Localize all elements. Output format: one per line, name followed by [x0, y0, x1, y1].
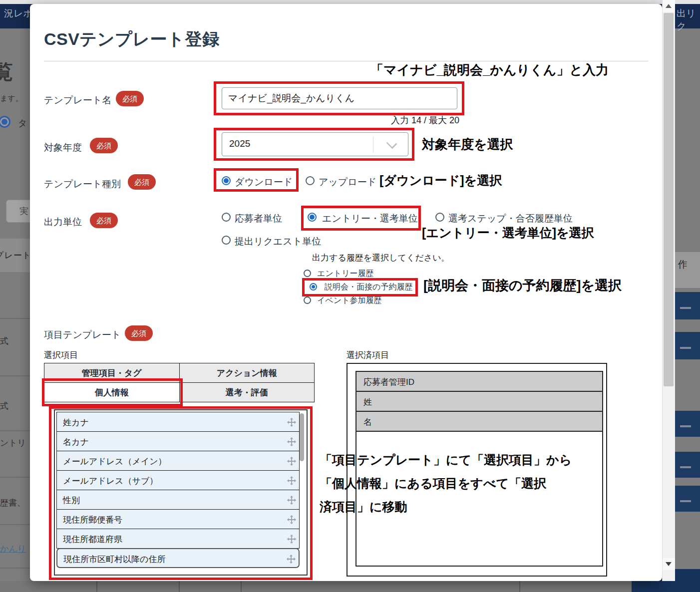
list-item-label: 現住所市区町村以降の住所 — [63, 554, 165, 565]
required-badge: 必須 — [128, 174, 156, 190]
output-unit-label: 出力単位 — [44, 216, 82, 229]
background-page-heading: 覧 — [0, 58, 13, 85]
annotation-move-line3: 済項目」に移動 — [320, 499, 407, 515]
template-name-input[interactable] — [222, 87, 457, 109]
radio-upload-label: アップロード — [319, 176, 376, 189]
list-item-label: 現住所都道府県 — [63, 534, 122, 545]
list-item-label: メールアドレス（メイン） — [63, 456, 167, 467]
move-icon — [287, 418, 296, 427]
template-name-label: テンプレート名 — [44, 94, 111, 107]
target-year-select[interactable]: 2025 — [222, 132, 408, 156]
radio-selection-step-unit-label: 選考ステップ・合否履歴単位 — [448, 212, 573, 225]
annotation-type: [ダウンロード]を選択 — [379, 172, 502, 189]
column-divider — [96, 581, 97, 592]
template-type-label: テンプレート種別 — [44, 178, 121, 191]
move-icon — [287, 535, 296, 544]
scroll-down-icon — [666, 562, 672, 566]
radio-download[interactable] — [222, 176, 231, 185]
radio-entry-history-label: エントリー履歴 — [317, 269, 374, 279]
background-action-button — [675, 452, 700, 478]
tab-admin-items-tags[interactable]: 管理項目・タグ — [44, 363, 179, 382]
inner-scrollbar-thumb[interactable] — [300, 413, 304, 461]
list-item-label: 現住所郵便番号 — [63, 514, 122, 526]
column-divider — [241, 581, 242, 592]
radio-submission-request-unit[interactable] — [222, 236, 231, 245]
list-item[interactable]: 名カナ — [56, 431, 300, 451]
list-item-label: 姓カナ — [63, 417, 89, 428]
radio-event-history-label: イベント参加履歴 — [317, 296, 382, 306]
selected-item-label: 姓 — [363, 396, 372, 408]
radio-applicant-unit[interactable] — [222, 213, 231, 222]
background-row-text: ントリ — [0, 437, 26, 449]
move-icon — [287, 437, 296, 446]
row-divider — [0, 318, 30, 319]
move-icon — [287, 496, 296, 505]
radio-entry-history[interactable] — [304, 270, 311, 277]
selected-item[interactable]: 応募者管理ID — [356, 372, 602, 392]
background-text: ます。 — [0, 94, 23, 103]
background-action-button — [675, 292, 700, 319]
background-row-text: 歴書、 — [0, 497, 25, 509]
tab-selection-evaluation[interactable]: 選考・評価 — [180, 383, 315, 402]
column-divider — [179, 581, 180, 592]
background-button: 実 — [6, 200, 33, 223]
background-radio — [0, 116, 10, 128]
radio-upload[interactable] — [306, 176, 315, 185]
selected-item-list: 応募者管理ID 姓 名 — [355, 371, 603, 567]
annotation-history: [説明会・面接の予約履歴]を選択 — [423, 277, 622, 295]
dialog-title: CSVテンプレート登録 — [44, 28, 219, 51]
radio-event-history[interactable] — [304, 296, 311, 304]
char-counter: 入力 14 / 最大 20 — [359, 114, 459, 126]
background-row-text: 式 — [0, 400, 8, 412]
category-tabs: 管理項目・タグ アクション情報 個人情報 選考・評価 — [44, 363, 315, 402]
list-item[interactable]: 現住所都道府県 — [56, 529, 300, 549]
selected-item[interactable]: 名 — [356, 412, 602, 432]
select-divider — [373, 137, 373, 153]
annotation-year: 対象年度を選択 — [422, 136, 513, 153]
csv-template-dialog: CSVテンプレート登録 テンプレート名 必須 入力 14 / 最大 20 対象年… — [30, 4, 662, 581]
chevron-down-icon — [386, 138, 397, 149]
selected-item-label: 応募者管理ID — [363, 376, 414, 388]
radio-seminar-interview-history[interactable] — [310, 283, 317, 291]
list-item[interactable]: 現住所郵便番号 — [56, 509, 300, 529]
background-top-strip — [0, 0, 700, 4]
selected-item-panel: 応募者管理ID 姓 名 — [347, 363, 607, 577]
tab-personal-info[interactable]: 個人情報 — [44, 383, 179, 402]
list-item[interactable]: メールアドレス（メイン） — [56, 451, 300, 471]
annotation-move-line1: 「項目テンプレート」にて「選択項目」から — [320, 452, 572, 468]
move-icon — [287, 457, 296, 466]
list-item-label: 名カナ — [63, 436, 89, 448]
nav-item-right: 出リク — [677, 7, 700, 33]
radio-entry-selection-unit-label: エントリー・選考単位 — [322, 212, 418, 225]
background-row-text: 式 — [0, 335, 8, 347]
background-action-button — [675, 411, 700, 437]
radio-submission-request-unit-label: 提出リクエスト単位 — [235, 235, 321, 248]
modal-scrollbar[interactable] — [662, 0, 675, 581]
required-badge: 必須 — [90, 138, 118, 153]
radio-download-label: ダウンロード — [235, 176, 293, 189]
column-divider — [519, 581, 520, 592]
scroll-up-icon — [666, 4, 672, 8]
move-icon — [287, 515, 296, 524]
radio-entry-selection-unit[interactable] — [308, 213, 317, 222]
list-item[interactable]: 姓カナ — [56, 412, 300, 432]
selected-item[interactable]: 姓 — [356, 392, 602, 412]
source-item-list: 姓カナ 名カナ メールアドレス（メイン） メールアドレス（サブ） 性別 現住所郵… — [54, 409, 308, 576]
scroll-up-button[interactable] — [663, 0, 675, 12]
scroll-down-button[interactable] — [663, 558, 675, 570]
tab-action-info[interactable]: アクション情報 — [180, 363, 315, 382]
list-item[interactable]: 現住所市区町村以降の住所 — [56, 548, 300, 568]
move-icon — [287, 555, 296, 564]
list-item[interactable]: メールアドレス（サブ） — [56, 470, 300, 490]
background-bottom-row — [0, 581, 632, 592]
scrollbar-thumb[interactable] — [664, 13, 674, 386]
list-item[interactable]: 性別 — [56, 490, 300, 510]
list-item-label: 性別 — [63, 495, 80, 506]
row-divider — [0, 568, 30, 569]
annotation-name-input: 「マイナビ_説明会_かんりくん」と入力 — [370, 61, 609, 79]
annotation-move-line2: 「個人情報」にある項目をすべて「選択 — [320, 475, 546, 492]
radio-selection-step-unit[interactable] — [435, 213, 444, 222]
list-item-label: メールアドレス（サブ） — [63, 475, 158, 487]
background-table-header-label: プレート — [0, 250, 31, 261]
selected-item-label: 名 — [363, 416, 372, 428]
